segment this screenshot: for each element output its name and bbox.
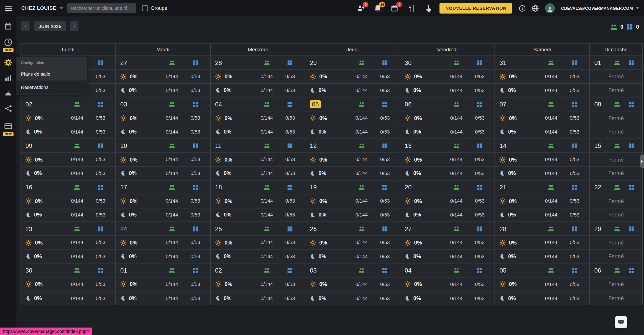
- day-cell[interactable]: 27 0% 0/144 0/53 0% 0/144 0/53: [116, 56, 210, 97]
- day-cell[interactable]: 03 0% 0/144 0/53 0% 0/144 0/53: [306, 263, 400, 305]
- dinner-shift-row[interactable]: 0% 0/144 0/53: [400, 166, 494, 180]
- lunch-shift-row[interactable]: 0% 0/144 0/53: [400, 235, 494, 249]
- lunch-shift-row[interactable]: 0% 0/144 0/53: [211, 70, 305, 83]
- dinner-shift-row[interactable]: 0% 0/144 0/53: [400, 249, 494, 263]
- lunch-shift-row[interactable]: 0% 0/144 0/53: [495, 70, 590, 83]
- day-cell[interactable]: 30 0% 0/144 0/53 0% 0/144 0/53: [400, 56, 495, 97]
- day-cell[interactable]: 04 0% 0/144 0/53 0% 0/144 0/53: [211, 97, 306, 139]
- lunch-shift-row[interactable]: 0% 0/144 0/53: [116, 152, 210, 166]
- day-cell[interactable]: 07 0% 0/144 0/53 0% 0/144 0/53: [495, 97, 590, 139]
- sidebar-service-bell-icon[interactable]: [4, 90, 12, 98]
- lunch-shift-row[interactable]: 0% 0/144 0/53: [211, 235, 305, 249]
- lunch-shift-row[interactable]: 0% 0/144 0/53: [400, 194, 494, 208]
- lunch-shift-row[interactable]: 0% 0/144 0/53: [400, 111, 494, 125]
- dinner-shift-row[interactable]: 0% 0/144 0/53: [116, 125, 210, 138]
- notifications-bell-icon[interactable]: 36: [374, 4, 382, 12]
- lunch-shift-row[interactable]: 0% 0/144 0/53: [116, 111, 210, 125]
- lunch-shift-row[interactable]: Fermé: [590, 235, 642, 249]
- lunch-shift-row[interactable]: Fermé: [590, 277, 642, 291]
- dinner-shift-row[interactable]: 0% 0/144 0/53: [495, 291, 590, 305]
- dinner-shift-row[interactable]: 0% 0/144 0/53: [116, 166, 210, 180]
- sidebar-reports-chart-icon[interactable]: [4, 74, 12, 82]
- dinner-shift-row[interactable]: Fermé: [590, 166, 642, 180]
- dinner-shift-row[interactable]: 0% 0/144 0/53: [495, 166, 590, 180]
- day-cell[interactable]: 01 0% 0/144 0/53 0% 0/144 0/53: [116, 263, 210, 305]
- avatar[interactable]: [545, 3, 555, 13]
- day-cell[interactable]: 30 0% 0/144 0/53 0% 0/144 0/53: [21, 263, 116, 305]
- lunch-shift-row[interactable]: 0% 0/144 0/53: [306, 194, 400, 208]
- day-cell[interactable]: 02 0% 0/144 0/53 0% 0/144 0/53: [21, 97, 116, 139]
- day-cell[interactable]: 08 Fermé Fermé: [590, 97, 642, 139]
- current-month-button[interactable]: JUIN 2025: [34, 21, 66, 31]
- dinner-shift-row[interactable]: 0% 0/144 0/53: [495, 208, 590, 221]
- day-cell[interactable]: 26 0% 0/144 0/53 0% 0/144 0/53: [306, 222, 400, 263]
- lunch-shift-row[interactable]: 0% 0/144 0/53: [211, 152, 305, 166]
- day-cell[interactable]: 17 0% 0/144 0/53 0% 0/144 0/53: [116, 180, 210, 222]
- restaurant-selector[interactable]: CHEZ LOUISE: [22, 5, 63, 11]
- day-cell[interactable]: 28 0% 0/144 0/53 0% 0/144 0/53: [495, 222, 590, 263]
- day-cell[interactable]: 05 0% 0/144 0/53 0% 0/144 0/53: [495, 263, 590, 305]
- day-cell[interactable]: 24 0% 0/144 0/53 0% 0/144 0/53: [116, 222, 210, 263]
- lunch-shift-row[interactable]: 0% 0/144 0/53: [116, 194, 210, 208]
- lunch-shift-row[interactable]: 0% 0/144 0/53: [21, 277, 116, 291]
- sidebar-settings-gear-icon[interactable]: [4, 58, 12, 67]
- dinner-shift-row[interactable]: 0% 0/144 0/53: [306, 249, 400, 263]
- day-cell[interactable]: 22 Fermé Fermé: [590, 180, 642, 222]
- day-cell[interactable]: 06 0% 0/144 0/53 0% 0/144 0/53: [400, 97, 495, 139]
- day-cell[interactable]: 10 0% 0/144 0/53 0% 0/144 0/53: [116, 139, 210, 180]
- dinner-shift-row[interactable]: 0% 0/144 0/53: [211, 166, 305, 180]
- dinner-shift-row[interactable]: Fermé: [590, 249, 642, 263]
- day-cell[interactable]: 18 0% 0/144 0/53 0% 0/144 0/53: [211, 180, 306, 222]
- menu-item-reservations[interactable]: Réservations: [16, 81, 86, 94]
- lunch-shift-row[interactable]: 0% 0/144 0/53: [400, 152, 494, 166]
- dinner-shift-row[interactable]: 0% 0/144 0/53: [21, 125, 116, 138]
- lunch-shift-row[interactable]: Fermé: [590, 111, 642, 125]
- dinner-shift-row[interactable]: 0% 0/144 0/53: [306, 208, 400, 221]
- day-cell[interactable]: 28 0% 0/144 0/53 0% 0/144 0/53: [211, 56, 306, 97]
- lunch-shift-row[interactable]: 0% 0/144 0/53: [495, 111, 590, 125]
- dinner-shift-row[interactable]: 0% 0/144 0/53: [211, 125, 305, 138]
- lunch-shift-row[interactable]: 0% 0/144 0/53: [21, 152, 116, 166]
- dinner-shift-row[interactable]: 0% 0/144 0/53: [306, 166, 400, 180]
- dinner-shift-row[interactable]: Fermé: [590, 125, 642, 138]
- account-menu[interactable]: CDEVALS@COVERMANAGER.COM: [561, 6, 639, 11]
- next-month-button[interactable]: ›: [70, 21, 78, 31]
- lunch-shift-row[interactable]: Fermé: [590, 194, 642, 208]
- day-cell[interactable]: 03 0% 0/144 0/53 0% 0/144 0/53: [116, 97, 210, 139]
- dinner-shift-row[interactable]: 0% 0/144 0/53: [400, 83, 494, 97]
- lunch-shift-row[interactable]: 0% 0/144 0/53: [306, 152, 400, 166]
- lunch-shift-row[interactable]: 0% 0/144 0/53: [306, 70, 400, 83]
- search-input[interactable]: [67, 3, 136, 13]
- lunch-shift-row[interactable]: Fermé: [590, 70, 642, 83]
- dinner-shift-row[interactable]: 0% 0/144 0/53: [211, 291, 305, 305]
- lunch-shift-row[interactable]: 0% 0/144 0/53: [495, 277, 590, 291]
- lunch-shift-row[interactable]: 0% 0/144 0/53: [306, 277, 400, 291]
- chat-launcher-button[interactable]: [615, 316, 627, 328]
- lunch-shift-row[interactable]: 0% 0/144 0/53: [495, 194, 590, 208]
- day-cell[interactable]: 15 Fermé Fermé: [590, 139, 642, 180]
- day-cell[interactable]: 13 0% 0/144 0/53 0% 0/144 0/53: [400, 139, 495, 180]
- language-globe-icon[interactable]: [532, 5, 539, 12]
- dinner-shift-row[interactable]: Fermé: [590, 291, 642, 305]
- lunch-shift-row[interactable]: 0% 0/144 0/53: [306, 111, 400, 125]
- dinner-shift-row[interactable]: 0% 0/144 0/53: [116, 208, 210, 221]
- panel-expand-tab[interactable]: [640, 155, 644, 168]
- dinner-shift-row[interactable]: 0% 0/144 0/53: [211, 83, 305, 97]
- lunch-shift-row[interactable]: 0% 0/144 0/53: [306, 235, 400, 249]
- lunch-shift-row[interactable]: 0% 0/144 0/53: [21, 194, 116, 208]
- dinner-shift-row[interactable]: 0% 0/144 0/53: [116, 83, 210, 97]
- dinner-shift-row[interactable]: 0% 0/144 0/53: [400, 208, 494, 221]
- sidebar-giftcard-icon[interactable]: [4, 122, 12, 130]
- dinner-shift-row[interactable]: 0% 0/144 0/53: [495, 249, 590, 263]
- lunch-shift-row[interactable]: Fermé: [590, 152, 642, 166]
- sidebar-calendar-icon[interactable]: [4, 22, 12, 30]
- dinner-shift-row[interactable]: 0% 0/144 0/53: [21, 291, 116, 305]
- dinner-shift-row[interactable]: 0% 0/144 0/53: [211, 208, 305, 221]
- menu-item-plans-de-salle[interactable]: Plans de salle: [16, 68, 86, 81]
- sidebar-clock-icon[interactable]: [4, 38, 12, 47]
- dinner-shift-row[interactable]: 0% 0/144 0/53: [116, 249, 210, 263]
- dinner-shift-row[interactable]: 0% 0/144 0/53: [495, 125, 590, 138]
- lunch-shift-row[interactable]: 0% 0/144 0/53: [495, 235, 590, 249]
- day-cell[interactable]: 12 0% 0/144 0/53 0% 0/144 0/53: [306, 139, 400, 180]
- lunch-shift-row[interactable]: 0% 0/144 0/53: [211, 277, 305, 291]
